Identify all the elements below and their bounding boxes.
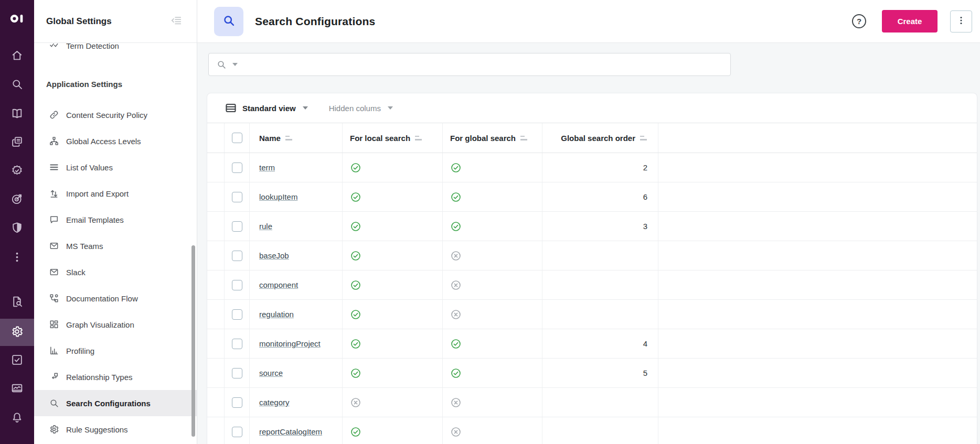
relationship-icon (49, 372, 59, 382)
row-checkbox[interactable] (232, 397, 242, 408)
table-search-input[interactable] (208, 53, 731, 76)
view-selector[interactable]: Standard view (242, 104, 296, 113)
hidden-columns-caret-icon[interactable] (388, 106, 393, 110)
view-caret-icon[interactable] (303, 106, 308, 110)
sidebar-item-slack[interactable]: Slack (34, 259, 197, 285)
row-checkbox[interactable] (232, 280, 242, 290)
check-circle-icon (350, 338, 361, 350)
row-checkbox[interactable] (232, 368, 242, 378)
app-root: Global Settings Term Detection Applicati… (0, 0, 980, 444)
row-order-value: 3 (643, 222, 647, 231)
sidebar-item-content-security-policy[interactable]: Content Security Policy (34, 102, 197, 128)
header-gutter (207, 123, 225, 153)
grid-icon (49, 319, 59, 330)
task-check-icon (10, 353, 24, 369)
sidebar-item-ms-teams[interactable]: MS Teams (34, 233, 197, 259)
rail-file-search-button[interactable] (0, 291, 34, 314)
more-icon (10, 251, 24, 266)
row-name-link[interactable]: reportCatalogItem (259, 427, 322, 436)
sidebar-scrollbar[interactable] (191, 245, 195, 437)
page-title: Search Configurations (255, 15, 375, 28)
more-actions-button[interactable] (950, 10, 972, 33)
rail-target-button[interactable] (0, 188, 34, 211)
section-header: Application Settings (46, 80, 122, 89)
sidebar-item-list-of-values[interactable]: List of Values (34, 154, 197, 180)
row-order-value: 4 (643, 339, 647, 348)
app-logo-icon[interactable] (0, 6, 34, 30)
row-checkbox[interactable] (232, 427, 242, 437)
row-checkbox[interactable] (232, 309, 242, 320)
row-checkbox[interactable] (232, 163, 242, 173)
table-row: regulation (207, 300, 977, 329)
check-circle-icon (450, 191, 462, 203)
check-circle-icon (450, 162, 462, 174)
row-name-link[interactable]: lookupItem (259, 192, 297, 201)
x-circle-icon (450, 426, 462, 438)
search-filter-caret-icon[interactable] (232, 63, 238, 66)
sort-icon (520, 135, 528, 141)
rail-search-button[interactable] (0, 73, 34, 96)
column-header-global-search-order[interactable]: Global search order (542, 123, 658, 153)
table-view-icon (225, 102, 237, 114)
sidebar-item-profiling[interactable]: Profiling (34, 338, 197, 364)
row-checkbox[interactable] (232, 192, 242, 202)
sidebar-item-graph-visualization[interactable]: Graph Visualization (34, 311, 197, 338)
help-button[interactable]: ? (852, 14, 866, 28)
collapse-sidebar-icon[interactable] (171, 15, 182, 28)
x-circle-icon (450, 279, 462, 291)
rail-settings-button[interactable] (0, 319, 34, 346)
bell-icon (10, 411, 24, 426)
sidebar-item-import-and-export[interactable]: Import and Export (34, 180, 197, 207)
sidebar-item-documentation-flow[interactable]: Documentation Flow (34, 285, 197, 311)
rail-home-button[interactable] (0, 45, 34, 68)
row-checkbox[interactable] (232, 251, 242, 261)
sidebar-item-relationship-types[interactable]: Relationship Types (34, 364, 197, 390)
row-checkbox[interactable] (232, 339, 242, 349)
column-header-name[interactable]: Name (250, 123, 343, 153)
column-header-global-search[interactable]: For global search (443, 123, 542, 153)
rail-activity-button[interactable] (0, 377, 34, 400)
rail-book-button[interactable] (0, 103, 34, 126)
row-name-link[interactable]: baseJob (259, 251, 289, 260)
sidebar-item-rule-suggestions[interactable]: Rule Suggestions (34, 416, 197, 442)
rail-badge-check-button[interactable] (0, 160, 34, 183)
rail-documents-button[interactable] (0, 131, 34, 154)
row-name-link[interactable]: category (259, 398, 290, 407)
badge-check-icon (10, 164, 24, 179)
rail-more-button[interactable] (0, 246, 34, 269)
column-header-local-search[interactable]: For local search (343, 123, 443, 153)
header-spacer (658, 123, 977, 153)
rail-bell-button[interactable] (0, 407, 34, 430)
row-name-link[interactable]: component (259, 280, 298, 289)
row-name-link[interactable]: regulation (259, 310, 294, 319)
sidebar-title: Global Settings (46, 16, 112, 27)
settings-icon (10, 325, 24, 340)
page-header: Search Configurations ? Create (197, 0, 980, 43)
row-checkbox[interactable] (232, 221, 242, 232)
row-name-link[interactable]: term (259, 163, 275, 172)
row-name-link[interactable]: rule (259, 222, 272, 231)
hidden-columns-selector[interactable]: Hidden colums (329, 104, 381, 113)
row-name-link[interactable]: source (259, 369, 283, 377)
search-icon (216, 59, 227, 70)
documents-icon (10, 135, 24, 150)
left-rail (0, 0, 34, 444)
rail-shield-half-button[interactable] (0, 217, 34, 240)
sidebar-item-global-access-levels[interactable]: Global Access Levels (34, 128, 197, 154)
row-name-link[interactable]: monitoringProject (259, 339, 321, 348)
chat-icon (49, 214, 59, 225)
select-all-checkbox[interactable] (232, 133, 242, 143)
table-row: monitoringProject 4 (207, 329, 977, 359)
table-panel: Standard view Hidden colums Name For loc… (207, 93, 977, 444)
sidebar-item-email-templates[interactable]: Email Templates (34, 207, 197, 233)
rail-task-check-button[interactable] (0, 349, 34, 372)
sidebar-item-term-detection[interactable]: Term Detection (34, 43, 197, 59)
sort-icon (415, 135, 422, 141)
row-order-value: 2 (643, 163, 647, 172)
sidebar-item-search-configurations[interactable]: Search Configurations (34, 390, 197, 416)
table-header-row: Name For local search For global search … (207, 123, 977, 153)
sort-icon (285, 135, 293, 141)
create-button[interactable]: Create (882, 10, 938, 33)
import-export-icon (49, 188, 59, 199)
home-icon (10, 49, 24, 64)
